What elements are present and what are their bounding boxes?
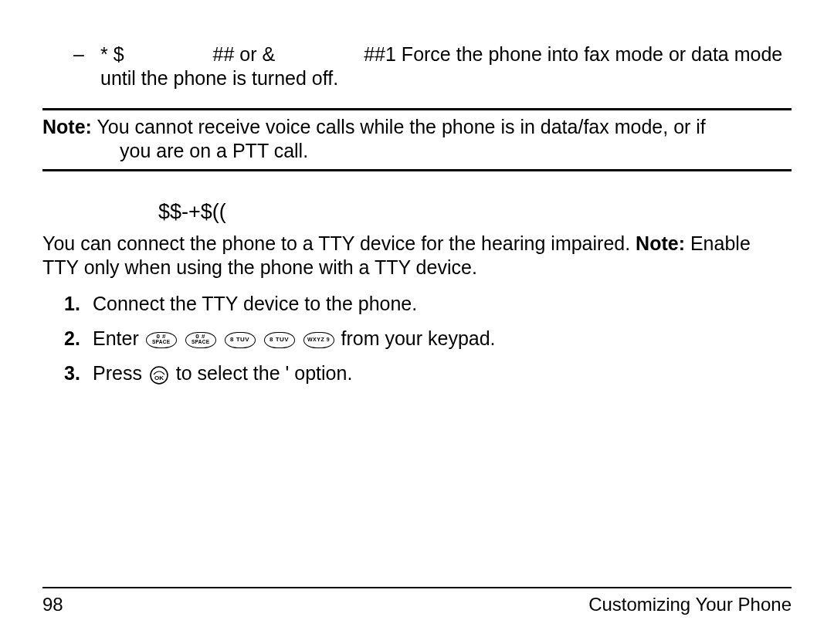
tty-intro: You can connect the phone to a TTY devic…: [42, 232, 792, 280]
keypad-9-icon: WXYZ 9: [303, 332, 334, 348]
step-1: 1. Connect the TTY device to the phone.: [42, 290, 792, 317]
step-3: 3. Press OK to select the ' option.: [42, 360, 792, 387]
note-line1: You cannot receive voice calls while the…: [92, 116, 706, 137]
step-post: from your keypad.: [341, 327, 495, 349]
steps-list: 1. Connect the TTY device to the phone. …: [42, 290, 792, 387]
bullet-mid: ## or &: [213, 43, 276, 65]
note-line2: you are on a PTT call.: [73, 139, 792, 163]
key-top: 8 TUV: [267, 337, 292, 343]
step-2: 2. Enter 0 # SPACE 0 # SPACE 8 TUV 8 TUV…: [42, 325, 792, 352]
bullet-prefix: * $: [100, 43, 124, 65]
step-post: option.: [294, 362, 352, 384]
bullet-item: – * $## or &##1 Force the phone into fax…: [42, 42, 792, 91]
step-opt: ': [286, 362, 295, 384]
key-bot: SPACE: [149, 340, 174, 345]
keypad-space-icon: 0 # SPACE: [185, 332, 216, 348]
note-label: Note:: [42, 116, 92, 137]
page-number: 98: [42, 593, 63, 616]
step-mid: to select the: [176, 362, 286, 384]
bullet-rest: ##1 Force the phone into fax mode or dat…: [100, 43, 782, 89]
keypad-space-icon: 0 # SPACE: [146, 332, 177, 348]
note-block: Note: You cannot receive voice calls whi…: [42, 115, 792, 164]
keypad-8-icon: 8 TUV: [225, 332, 256, 348]
tty-intro-pre: You can connect the phone to a TTY devic…: [42, 232, 636, 254]
step-number: 3.: [64, 360, 80, 387]
step-number: 2.: [64, 325, 80, 352]
svg-text:OK: OK: [154, 375, 164, 381]
ok-key-icon: OK: [150, 366, 168, 385]
divider-bottom: [42, 169, 792, 171]
page-footer: 98 Customizing Your Phone: [42, 587, 792, 616]
key-top: WXYZ 9: [307, 337, 331, 343]
footer-title: Customizing Your Phone: [588, 593, 792, 616]
key-bot: SPACE: [188, 340, 213, 345]
bullet-content: * $## or &##1 Force the phone into fax m…: [100, 42, 792, 91]
document-page: – * $## or &##1 Force the phone into fax…: [0, 0, 834, 644]
divider-top: [42, 108, 792, 110]
step-number: 1.: [64, 290, 80, 317]
key-top: 8 TUV: [228, 337, 253, 343]
step-pre: Enter: [93, 327, 144, 349]
tty-intro-note-label: Note:: [636, 232, 685, 254]
bullet-dash: –: [73, 42, 100, 91]
step-text: Connect the TTY device to the phone.: [93, 293, 417, 314]
step-pre: Press: [93, 362, 147, 384]
section-heading: $$-+$((: [158, 199, 792, 225]
keypad-8-icon: 8 TUV: [264, 332, 295, 348]
